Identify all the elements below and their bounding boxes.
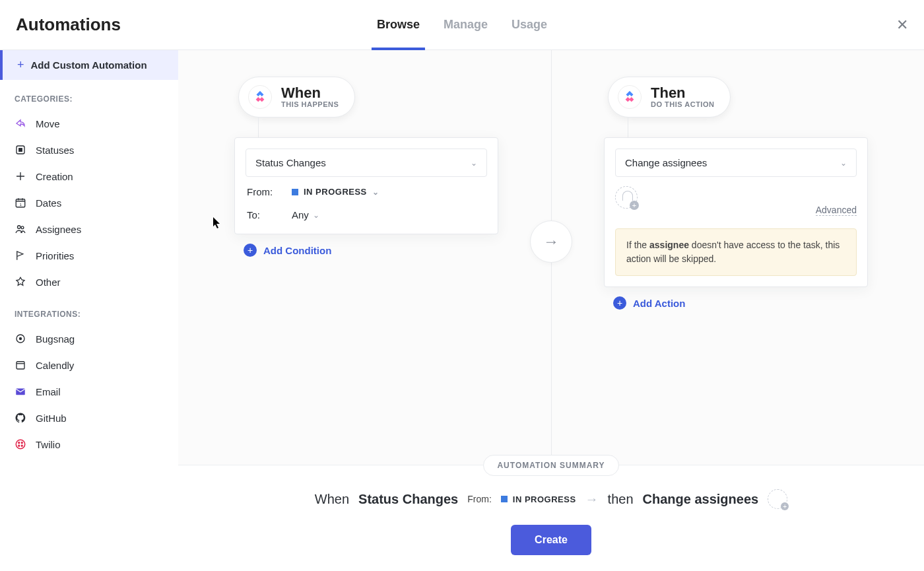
- sidebar-item-label: Assignees: [36, 224, 81, 235]
- summary-from-status: IN PROGRESS: [501, 494, 576, 504]
- then-column: Then DO THIS ACTION Change assignees ⌄ A…: [604, 77, 868, 465]
- sidebar-item-creation[interactable]: Creation: [0, 163, 178, 189]
- add-custom-automation-button[interactable]: + Add Custom Automation: [0, 50, 178, 80]
- then-subtitle: DO THIS ACTION: [651, 100, 714, 108]
- creation-icon: [15, 170, 26, 182]
- then-header-pill: Then DO THIS ACTION: [608, 77, 731, 118]
- sidebar-item-label: Dates: [36, 197, 61, 209]
- status-color-swatch: [501, 496, 508, 502]
- tab-manage[interactable]: Manage: [444, 0, 488, 50]
- when-title: When: [281, 86, 339, 100]
- from-status-value: IN PROGRESS: [304, 187, 367, 197]
- twilio-icon: [15, 438, 26, 450]
- create-button[interactable]: Create: [511, 525, 591, 555]
- arrow-right-icon: →: [530, 220, 572, 263]
- sidebar-item-move[interactable]: Move: [0, 110, 178, 137]
- action-select-value: Change assignees: [625, 157, 707, 168]
- svg-point-4: [18, 226, 21, 229]
- assignees-icon: [15, 223, 26, 235]
- trigger-select[interactable]: Status Changes ⌄: [246, 149, 487, 177]
- sidebar-item-label: Other: [36, 277, 61, 288]
- clickup-logo-icon: [248, 85, 272, 109]
- chevron-down-icon: ⌄: [313, 211, 319, 220]
- dates-icon: 1: [15, 197, 26, 209]
- email-icon: [15, 386, 26, 397]
- add-custom-label: Add Custom Automation: [31, 59, 147, 71]
- sidebar-item-label: Creation: [36, 171, 73, 182]
- page-title: Automations: [16, 15, 121, 35]
- clickup-logo-icon: [618, 85, 642, 109]
- sidebar-item-twilio[interactable]: Twilio: [0, 431, 178, 457]
- svg-point-7: [20, 338, 22, 340]
- svg-point-12: [21, 442, 22, 444]
- svg-rect-1: [19, 149, 22, 152]
- priorities-icon: [15, 250, 26, 261]
- svg-point-14: [21, 445, 22, 446]
- summary-then-word: then: [608, 492, 634, 507]
- sidebar-item-label: Calendly: [36, 360, 74, 371]
- when-trigger-card: Status Changes ⌄ From: IN PROGRESS ⌄ To:: [234, 137, 498, 234]
- status-color-swatch: [292, 189, 298, 195]
- summary-assignee-icon[interactable]: [768, 489, 787, 509]
- action-select[interactable]: Change assignees ⌄: [615, 149, 857, 177]
- sidebar-item-label: Twilio: [36, 439, 61, 450]
- plus-icon: +: [17, 58, 24, 72]
- sidebar-item-label: Bugsnag: [36, 333, 75, 345]
- summary-trigger: Status Changes: [358, 492, 458, 507]
- sidebar-item-email[interactable]: Email: [0, 378, 178, 405]
- chevron-down-icon: ⌄: [840, 158, 847, 168]
- sidebar-item-priorities[interactable]: Priorities: [0, 242, 178, 269]
- calendly-icon: [15, 359, 26, 371]
- from-label: From:: [247, 186, 280, 197]
- to-status-select[interactable]: Any ⌄: [292, 209, 319, 220]
- tabs: Browse Manage Usage: [377, 0, 547, 50]
- when-column: When THIS HAPPENS Status Changes ⌄ From:: [234, 77, 498, 465]
- sidebar-item-other[interactable]: Other: [0, 269, 178, 295]
- svg-rect-8: [16, 362, 24, 369]
- github-icon: [15, 412, 26, 424]
- add-action-button[interactable]: + Add Action: [604, 296, 868, 310]
- statuses-icon: [15, 144, 26, 156]
- sidebar-item-label: Move: [36, 118, 60, 129]
- sidebar-item-github[interactable]: GitHub: [0, 405, 178, 431]
- advanced-link[interactable]: Advanced: [816, 205, 857, 216]
- svg-text:1: 1: [20, 203, 22, 207]
- sidebar-item-statuses[interactable]: Statuses: [0, 137, 178, 163]
- when-header-pill: When THIS HAPPENS: [238, 77, 355, 118]
- then-action-card: Change assignees ⌄ Advanced If the assig…: [604, 137, 868, 287]
- tab-usage[interactable]: Usage: [512, 0, 547, 50]
- other-icon: [15, 276, 26, 288]
- summary-action: Change assignees: [643, 492, 759, 507]
- summary-sentence: When Status Changes From: IN PROGRESS → …: [178, 489, 924, 509]
- sidebar-item-dates[interactable]: 1 Dates: [0, 189, 178, 216]
- sidebar-item-assignees[interactable]: Assignees: [0, 216, 178, 242]
- sidebar-item-calendly[interactable]: Calendly: [0, 352, 178, 378]
- connector-line: [628, 118, 628, 137]
- close-icon[interactable]: ✕: [896, 17, 908, 34]
- integrations-heading: INTEGRATIONS:: [0, 295, 178, 325]
- then-title: Then: [651, 86, 714, 100]
- sidebar-item-label: GitHub: [36, 413, 67, 424]
- add-condition-button[interactable]: + Add Condition: [234, 244, 498, 257]
- chevron-down-icon: ⌄: [372, 187, 380, 197]
- add-assignee-button[interactable]: [615, 186, 638, 209]
- sidebar-item-bugsnag[interactable]: Bugsnag: [0, 325, 178, 352]
- svg-point-10: [16, 440, 25, 449]
- sidebar-item-label: Email: [36, 386, 61, 397]
- sidebar-item-label: Priorities: [36, 250, 74, 261]
- when-subtitle: THIS HAPPENS: [281, 100, 339, 108]
- tab-browse[interactable]: Browse: [377, 0, 420, 50]
- to-status-value: Any: [292, 209, 309, 220]
- summary-when-word: When: [315, 492, 349, 507]
- warning-message: If the assignee doesn't have access to t…: [615, 228, 857, 276]
- to-label: To:: [247, 209, 280, 220]
- svg-point-5: [21, 226, 24, 229]
- sidebar-item-label: Statuses: [36, 145, 74, 156]
- from-status-select[interactable]: IN PROGRESS ⌄: [292, 187, 379, 197]
- automation-summary-footer: AUTOMATION SUMMARY When Status Changes F…: [178, 465, 924, 571]
- plus-circle-icon: +: [244, 244, 257, 257]
- svg-point-11: [18, 442, 20, 444]
- arrow-right-icon: →: [585, 492, 599, 507]
- summary-heading: AUTOMATION SUMMARY: [483, 455, 618, 476]
- bugsnag-icon: [15, 333, 26, 345]
